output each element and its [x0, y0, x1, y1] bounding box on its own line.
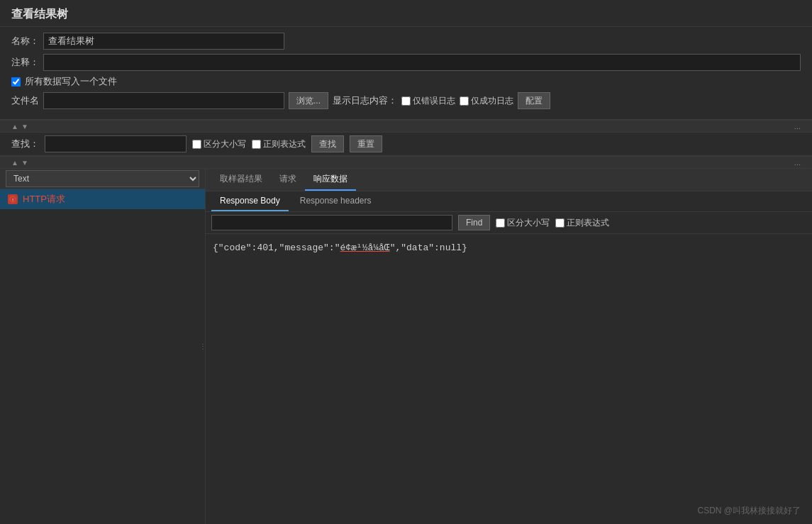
- success-log-checkbox[interactable]: [460, 96, 469, 106]
- case-sensitive-checkbox[interactable]: [192, 140, 201, 149]
- config-button[interactable]: 配置: [518, 92, 550, 109]
- case-sensitive-label: 区分大小写: [204, 138, 246, 150]
- success-log-label: 仅成功日志: [471, 95, 513, 107]
- tree-area: ! HTTP请求: [0, 189, 205, 524]
- response-message-part: é¢æ¹½å¼åŒ: [340, 243, 389, 253]
- case-sensitive-item: 区分大小写: [192, 138, 246, 150]
- right-panel: 取样器结果 请求 响应数据 Response Body Response hea…: [206, 169, 812, 524]
- error-log-checkbox[interactable]: [401, 96, 411, 106]
- regex-item: 正则表达式: [252, 138, 306, 150]
- left-panel: Text RegExp Tester CSS/JQuery Tester XPa…: [0, 169, 206, 524]
- response-case-label: 区分大小写: [507, 217, 550, 229]
- response-find-button[interactable]: Find: [458, 215, 490, 230]
- search-row: 查找： 区分大小写 正则表达式 查找 重置: [0, 133, 812, 156]
- main-container: 查看结果树 名称： 注释： 所有数据写入一个文件 文件名 浏览... 显示日志内…: [0, 0, 812, 524]
- browse-button[interactable]: 浏览...: [289, 92, 328, 109]
- http-request-label: HTTP请求: [23, 193, 65, 206]
- regex-checkbox[interactable]: [252, 140, 261, 149]
- toolbar-more-1[interactable]: ...: [794, 122, 801, 130]
- search-input[interactable]: [45, 135, 187, 152]
- watermark: CSDN @叫我林接接就好了: [697, 505, 801, 517]
- filename-input[interactable]: [43, 92, 284, 109]
- expand-icon-2[interactable]: [11, 159, 18, 167]
- response-regex-label: 正则表达式: [567, 217, 609, 229]
- type-select[interactable]: Text RegExp Tester CSS/JQuery Tester XPa…: [6, 170, 199, 187]
- comment-row: 注释：: [11, 54, 801, 71]
- find-button[interactable]: 查找: [311, 135, 344, 152]
- response-toolbar: Find 区分大小写 正则表达式: [206, 212, 812, 234]
- tab-sampler-result[interactable]: 取样器结果: [211, 169, 271, 191]
- filename-label: 文件名: [11, 94, 39, 107]
- left-toolbar: Text RegExp Tester CSS/JQuery Tester XPa…: [0, 169, 205, 189]
- all-data-checkbox[interactable]: [11, 77, 21, 87]
- toolbar-more-2[interactable]: ...: [794, 158, 801, 167]
- tree-item[interactable]: ! HTTP请求: [0, 189, 205, 209]
- collapse-icon-2[interactable]: [21, 159, 28, 167]
- tab-request[interactable]: 请求: [271, 169, 305, 191]
- response-data-part: ","data":null}: [390, 243, 467, 253]
- name-input[interactable]: [43, 33, 284, 50]
- shield-icon: !: [8, 194, 18, 204]
- response-regex-checkbox[interactable]: [555, 218, 564, 228]
- error-log-label: 仅错误日志: [413, 95, 455, 107]
- response-search-input[interactable]: [211, 215, 452, 230]
- name-label: 名称：: [11, 35, 39, 48]
- inner-tabs-bar: Response Body Response headers: [206, 191, 812, 212]
- all-data-row: 所有数据写入一个文件: [11, 75, 801, 88]
- expand-icon[interactable]: [11, 123, 18, 130]
- log-section: 显示日志内容： 仅错误日志 仅成功日志 配置: [333, 92, 801, 109]
- reset-button[interactable]: 重置: [350, 135, 382, 152]
- file-row: 文件名 浏览... 显示日志内容： 仅错误日志 仅成功日志 配置: [11, 92, 801, 109]
- vertical-divider[interactable]: ⋮: [201, 169, 205, 524]
- collapse-icon[interactable]: [21, 123, 28, 130]
- tab-response-data[interactable]: 响应数据: [305, 169, 356, 191]
- page-title: 查看结果树: [0, 0, 812, 27]
- response-body-area: {"code":401,"message":"é¢æ¹½å¼åŒ","data"…: [206, 234, 812, 524]
- comment-input[interactable]: [43, 54, 801, 71]
- comment-label: 注释：: [11, 56, 39, 69]
- tab-response-headers[interactable]: Response headers: [291, 191, 380, 211]
- response-regex-item: 正则表达式: [555, 217, 609, 229]
- success-log-checkbox-item: 仅成功日志: [460, 95, 513, 107]
- search-label: 查找：: [11, 138, 39, 150]
- response-case-item: 区分大小写: [496, 217, 550, 229]
- http-error-icon: !: [7, 194, 18, 205]
- form-section: 名称： 注释： 所有数据写入一个文件 文件名 浏览... 显示日志内容： 仅错误…: [0, 27, 812, 120]
- content-area: Text RegExp Tester CSS/JQuery Tester XPa…: [0, 169, 812, 524]
- all-data-label: 所有数据写入一个文件: [25, 75, 117, 88]
- name-row: 名称：: [11, 33, 801, 50]
- response-case-checkbox[interactable]: [496, 218, 505, 228]
- tab-response-body[interactable]: Response Body: [211, 191, 289, 211]
- toolbar-row-2: ...: [0, 156, 812, 169]
- error-log-checkbox-item: 仅错误日志: [401, 95, 455, 107]
- right-tabs-bar: 取样器结果 请求 响应数据: [206, 169, 812, 191]
- log-display-label: 显示日志内容：: [333, 94, 397, 107]
- response-text: {"code":401,"message":"é¢æ¹½å¼åŒ","data"…: [213, 241, 805, 255]
- toolbar-row-1: ...: [0, 120, 812, 133]
- response-code-part: {"code":401,"message":": [213, 243, 340, 253]
- regex-label: 正则表达式: [263, 138, 306, 150]
